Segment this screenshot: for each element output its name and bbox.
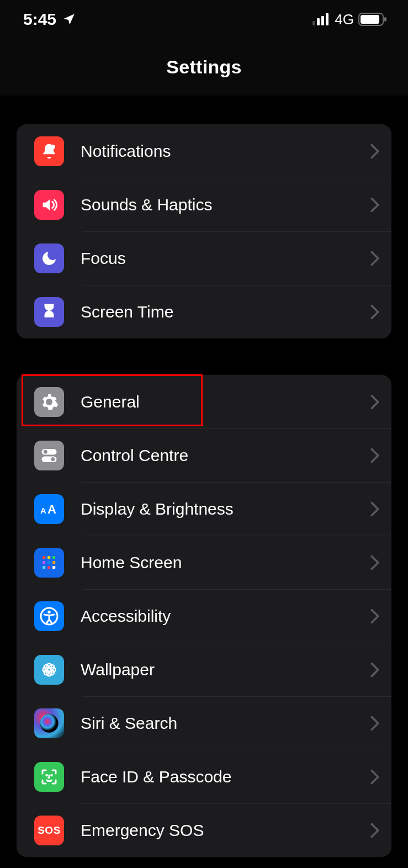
svg-rect-14 — [43, 556, 45, 559]
svg-rect-17 — [43, 561, 45, 564]
settings-row-focus[interactable]: Focus — [17, 231, 391, 285]
svg-point-24 — [47, 610, 50, 613]
settings-row-accessibility[interactable]: Accessibility — [17, 589, 391, 643]
svg-point-9 — [44, 449, 47, 453]
svg-rect-0 — [312, 21, 315, 25]
row-label: Face ID & Passcode — [81, 768, 370, 786]
home-screen-icon — [34, 548, 64, 578]
row-label: Sounds & Haptics — [81, 195, 370, 214]
svg-rect-19 — [52, 561, 55, 564]
status-time: 5:45 — [23, 10, 56, 29]
settings-group: General Control Centre A — [17, 375, 391, 857]
chevron-right-icon — [370, 716, 379, 731]
settings-row-general[interactable]: General — [17, 375, 391, 428]
svg-rect-16 — [52, 556, 55, 559]
svg-text:A: A — [40, 506, 46, 515]
row-label: Focus — [81, 249, 370, 268]
notifications-icon — [34, 136, 64, 166]
settings-group: Notifications Sounds & Haptics — [17, 124, 391, 338]
control-centre-icon — [34, 441, 64, 470]
svg-rect-18 — [47, 561, 50, 564]
settings-row-display-brightness[interactable]: A A Display & Brightness — [17, 482, 391, 536]
battery-icon — [358, 13, 387, 26]
row-label: Emergency SOS — [81, 821, 370, 840]
svg-rect-5 — [361, 15, 379, 24]
sounds-icon — [34, 190, 64, 220]
status-right: 4G — [312, 11, 387, 28]
face-id-icon — [34, 762, 64, 792]
chevron-right-icon — [370, 770, 379, 784]
general-icon — [34, 387, 64, 417]
chevron-right-icon — [370, 555, 379, 570]
settings-row-emergency-sos[interactable]: SOS Emergency SOS — [17, 803, 391, 857]
row-label: Wallpaper — [81, 660, 370, 679]
settings-row-notifications[interactable]: Notifications — [17, 124, 391, 178]
svg-rect-3 — [326, 13, 328, 25]
settings-row-home-screen[interactable]: Home Screen — [17, 536, 391, 589]
siri-icon — [34, 708, 64, 738]
status-left: 5:45 — [23, 10, 76, 29]
row-label: Home Screen — [81, 553, 370, 572]
chevron-right-icon — [370, 448, 379, 463]
screen-time-icon — [34, 297, 64, 327]
settings-row-sounds-haptics[interactable]: Sounds & Haptics — [17, 178, 391, 231]
settings-row-face-id-passcode[interactable]: Face ID & Passcode — [17, 750, 391, 803]
chevron-right-icon — [370, 663, 379, 677]
chevron-right-icon — [370, 144, 379, 158]
row-label: Siri & Search — [81, 714, 370, 733]
chevron-right-icon — [370, 198, 379, 212]
svg-rect-21 — [47, 566, 50, 569]
chevron-right-icon — [370, 251, 379, 266]
chevron-right-icon — [370, 305, 379, 319]
chevron-right-icon — [370, 395, 379, 409]
svg-rect-22 — [52, 566, 55, 569]
status-bar: 5:45 4G — [0, 0, 408, 39]
row-label: Accessibility — [81, 607, 370, 626]
chevron-right-icon — [370, 502, 379, 516]
page-title: Settings — [166, 56, 242, 78]
svg-rect-1 — [317, 18, 320, 25]
svg-point-35 — [46, 775, 47, 776]
row-label: General — [81, 393, 370, 411]
settings-row-siri-search[interactable]: Siri & Search — [17, 696, 391, 750]
chevron-right-icon — [370, 823, 379, 838]
svg-point-34 — [40, 714, 58, 732]
settings-row-wallpaper[interactable]: Wallpaper — [17, 643, 391, 696]
wallpaper-icon — [34, 655, 64, 685]
settings-row-screen-time[interactable]: Screen Time — [17, 285, 391, 338]
display-brightness-icon: A A — [34, 494, 64, 524]
page-header: Settings — [0, 39, 408, 96]
emergency-sos-icon: SOS — [34, 816, 64, 845]
row-label: Notifications — [81, 142, 370, 161]
location-icon — [62, 12, 76, 27]
svg-point-36 — [51, 775, 52, 776]
content: Notifications Sounds & Haptics — [0, 124, 408, 857]
svg-rect-6 — [384, 17, 386, 22]
cellular-signal-icon — [312, 13, 330, 25]
svg-point-7 — [51, 145, 55, 149]
svg-text:A: A — [47, 502, 56, 516]
row-label: Screen Time — [81, 303, 370, 321]
chevron-right-icon — [370, 609, 379, 623]
svg-rect-2 — [321, 16, 324, 25]
svg-rect-15 — [47, 556, 50, 559]
sos-text: SOS — [38, 824, 61, 837]
svg-rect-20 — [43, 566, 45, 569]
focus-icon — [34, 244, 64, 273]
row-label: Display & Brightness — [81, 500, 370, 518]
row-label: Control Centre — [81, 446, 370, 465]
svg-point-11 — [51, 457, 55, 461]
network-type: 4G — [335, 11, 354, 28]
accessibility-icon — [34, 601, 64, 631]
settings-row-control-centre[interactable]: Control Centre — [17, 428, 391, 482]
